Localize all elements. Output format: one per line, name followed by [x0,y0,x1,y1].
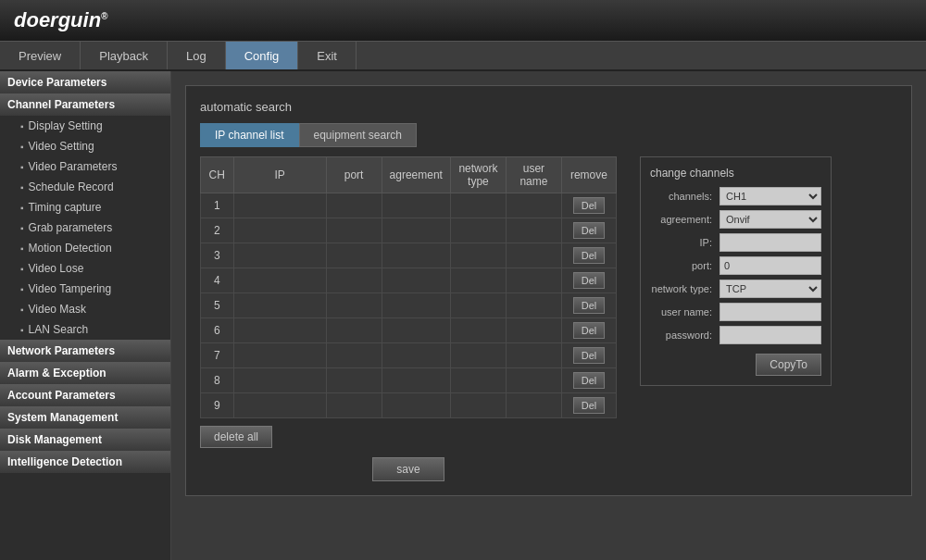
cell-network-type [450,318,506,343]
channels-row: channels: CH1CH2CH3 CH4CH5CH6 CH7CH8CH9 [650,187,821,205]
sidebar-section-alarm[interactable]: Alarm & Exception [0,362,170,384]
change-channels-title: change channels [650,167,821,180]
cell-network-type [450,343,506,368]
ip-row: IP: [650,233,821,252]
cell-ip [233,193,326,218]
ip-label: IP: [650,237,720,248]
automatic-search-panel: automatic search IP channel list equipme… [185,85,912,496]
cell-username [506,193,561,218]
port-input[interactable] [720,256,821,275]
cell-port [326,293,382,318]
cell-ip [233,368,326,393]
sidebar-section-channel[interactable]: Channel Parameters [0,93,170,116]
ip-input[interactable] [720,233,821,252]
channels-select[interactable]: CH1CH2CH3 CH4CH5CH6 CH7CH8CH9 [720,187,821,205]
col-network-type: networktype [450,157,506,193]
del-button[interactable]: Del [573,397,606,414]
sidebar-section-intelligence[interactable]: Intelligence Detection [0,451,170,473]
table-row: 6Del [201,318,617,343]
bottom-bar: delete all [200,426,617,448]
username-input[interactable] [720,303,821,321]
agreement-select[interactable]: OnvifRTSPSDK [720,210,821,229]
tab-bar: IP channel list equipment search [200,123,897,147]
nav-log[interactable]: Log [168,42,226,69]
sidebar-item-display-setting[interactable]: Display Setting [0,116,170,136]
channels-label: channels: [650,191,720,202]
del-button[interactable]: Del [573,272,606,289]
table-row: 4Del [201,268,617,293]
sidebar-section-device[interactable]: Device Parameters [0,71,170,93]
nav-exit[interactable]: Exit [298,42,357,69]
sidebar-item-motion-detection[interactable]: Motion Detection [0,238,170,258]
sidebar-section-account[interactable]: Account Parameters [0,384,170,406]
sidebar-section-disk[interactable]: Disk Management [0,429,170,451]
tab-equipment-search[interactable]: equipment search [299,123,417,147]
sidebar-item-video-setting[interactable]: Video Setting [0,136,170,156]
nav-preview[interactable]: Preview [0,42,81,69]
main-layout: Device Parameters Channel Parameters Dis… [0,71,926,560]
cell-ip [233,393,326,418]
change-channels-panel: change channels channels: CH1CH2CH3 CH4C… [640,156,832,386]
cell-agreement [382,243,450,268]
cell-agreement [382,393,450,418]
del-button[interactable]: Del [573,222,606,239]
col-username: user name [506,157,561,193]
cell-remove: Del [561,293,616,318]
col-agreement: agreement [382,157,450,193]
col-port: port [326,157,382,193]
content-area: automatic search IP channel list equipme… [171,71,926,560]
del-button[interactable]: Del [573,347,606,364]
sidebar-item-video-mask[interactable]: Video Mask [0,299,170,319]
cell-network-type [450,218,506,243]
del-button[interactable]: Del [573,247,606,264]
delete-all-button[interactable]: delete all [200,426,272,448]
network-type-label: network type: [650,283,720,294]
network-type-select[interactable]: TCPUDP [720,280,821,298]
cell-agreement [382,343,450,368]
table-row: 7Del [201,343,617,368]
sidebar-item-lan-search[interactable]: LAN Search [0,319,170,340]
cell-network-type [450,268,506,293]
tab-ip-channel-list[interactable]: IP channel list [200,123,299,147]
cell-remove: Del [561,243,616,268]
save-bar: save [200,457,617,481]
nav-playback[interactable]: Playback [81,42,168,69]
nav-config[interactable]: Config [226,42,299,69]
sidebar-item-video-tampering[interactable]: Video Tampering [0,279,170,299]
cell-ip [233,243,326,268]
cell-port [326,393,382,418]
ip-table-container: CH IP port agreement networktype user na… [200,156,617,481]
table-row: 9Del [201,393,617,418]
cell-agreement [382,268,450,293]
password-input[interactable] [720,326,821,344]
sidebar-item-video-lose[interactable]: Video Lose [0,258,170,279]
cell-network-type [450,293,506,318]
navbar: Preview Playback Log Config Exit [0,42,926,71]
username-label: user name: [650,306,720,317]
cell-username [506,318,561,343]
cell-remove: Del [561,193,616,218]
sidebar-item-schedule-record[interactable]: Schedule Record [0,177,170,197]
cell-username [506,268,561,293]
password-row: password: [650,326,821,344]
cell-ch: 1 [201,193,234,218]
cell-remove: Del [561,218,616,243]
cell-ch: 7 [201,343,234,368]
sidebar-item-grab-parameters[interactable]: Grab parameters [0,218,170,238]
del-button[interactable]: Del [573,297,606,314]
sidebar-section-network[interactable]: Network Parameters [0,340,170,362]
del-button[interactable]: Del [573,322,606,339]
sidebar-item-timing-capture[interactable]: Timing capture [0,197,170,218]
network-type-row: network type: TCPUDP [650,280,821,298]
del-button[interactable]: Del [573,197,606,214]
sidebar-item-video-parameters[interactable]: Video Parameters [0,156,170,177]
save-button[interactable]: save [372,457,444,481]
del-button[interactable]: Del [573,372,606,389]
cell-port [326,268,382,293]
cell-port [326,193,382,218]
username-row: user name: [650,303,821,321]
sidebar-section-system[interactable]: System Management [0,406,170,429]
copyto-button[interactable]: CopyTo [756,354,821,376]
sidebar: Device Parameters Channel Parameters Dis… [0,71,171,560]
cell-username [506,293,561,318]
